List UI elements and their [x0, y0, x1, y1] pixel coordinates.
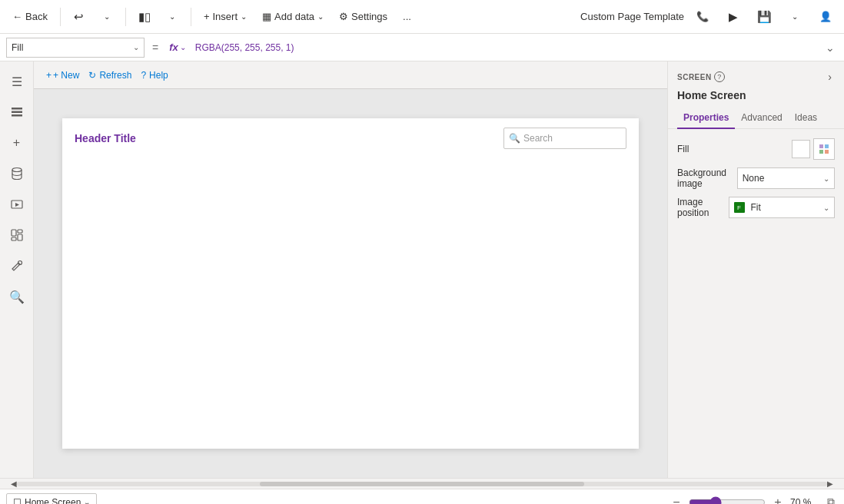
- copy-dropdown-button[interactable]: ⌄: [160, 5, 184, 29]
- screen-tab[interactable]: ☐ Home Screen ⌄: [6, 493, 97, 505]
- scroll-right-button[interactable]: ▶: [827, 479, 833, 488]
- sidebar-menu-icon[interactable]: ☰: [3, 68, 31, 95]
- fill-color-swatch[interactable]: [792, 140, 810, 158]
- zoom-out-button[interactable]: −: [667, 493, 686, 505]
- new-button[interactable]: + + New: [46, 70, 79, 81]
- refresh-button[interactable]: ↻ Refresh: [88, 70, 131, 81]
- zoom-controls: − + 70 % ⧉: [667, 492, 838, 504]
- fx-chevron-icon: ⌄: [180, 43, 186, 51]
- formula-collapse-button[interactable]: ⌄: [822, 38, 838, 57]
- sidebar-media-icon[interactable]: [3, 191, 31, 218]
- fill-value: [792, 138, 835, 160]
- zoom-in-button[interactable]: +: [769, 493, 787, 505]
- svg-rect-5: [12, 230, 16, 236]
- zoom-value: 70 %: [790, 497, 821, 505]
- toolbar-right: Custom Page Template 📞 ▶ 💾 ⌄ 👤: [580, 5, 838, 29]
- help-icon: ?: [141, 70, 146, 81]
- svg-point-3: [12, 168, 22, 172]
- panel-collapse-button[interactable]: ›: [825, 69, 835, 85]
- top-toolbar: ← Back ↩ ⌄ ▮▯ ⌄ + Insert ⌄ ▦ Add data ⌄ …: [0, 0, 844, 34]
- left-sidebar: ☰ +: [0, 61, 34, 478]
- sidebar-data-icon[interactable]: [3, 160, 31, 187]
- app-title: Custom Page Template: [580, 11, 684, 22]
- image-position-value: Fit: [751, 202, 761, 213]
- background-image-chevron: ⌄: [823, 174, 829, 183]
- right-panel-tabs: Properties Advanced Ideas: [668, 108, 844, 129]
- play-button[interactable]: ▶: [721, 5, 746, 29]
- screen-name-title: Home Screen: [668, 88, 844, 108]
- screen-help-icon[interactable]: ?: [714, 71, 725, 82]
- scrollbar-area: ◀ ▶: [0, 478, 844, 489]
- zoom-slider[interactable]: [689, 496, 766, 505]
- image-position-chevron: ⌄: [823, 204, 829, 212]
- right-panel: SCREEN ? › Home Screen Properties Advanc…: [667, 61, 844, 478]
- save-button[interactable]: 💾: [752, 5, 776, 29]
- page-header-title: Header Title: [75, 132, 136, 144]
- refresh-label: Refresh: [99, 70, 131, 81]
- refresh-icon: ↻: [88, 70, 96, 81]
- fit-icon: F: [734, 202, 745, 213]
- undo-button[interactable]: ↩: [67, 5, 91, 29]
- add-data-label: Add data: [274, 11, 314, 22]
- right-panel-header: SCREEN ? ›: [668, 61, 844, 88]
- add-data-chevron-icon: ⌄: [317, 12, 324, 21]
- canvas-area: + + New ↻ Refresh ? Help Header Title 🔍 …: [34, 61, 667, 478]
- formula-value[interactable]: RGBA(255, 255, 255, 1): [192, 41, 819, 55]
- phone-icon-button[interactable]: 📞: [690, 5, 715, 29]
- undo-dropdown-button[interactable]: ⌄: [95, 5, 119, 29]
- fill-row: Fill: [677, 138, 835, 160]
- formula-bar: Fill ⌄ = fx ⌄ RGBA(255, 255, 255, 1) ⌄: [0, 34, 844, 61]
- scroll-thumb[interactable]: [260, 482, 584, 486]
- settings-icon: ⚙: [339, 11, 348, 22]
- sidebar-layers-icon[interactable]: [3, 98, 31, 126]
- insert-label: Insert: [213, 11, 238, 22]
- canvas-toolbar: + + New ↻ Refresh ? Help: [34, 61, 667, 89]
- tab-ideas[interactable]: Ideas: [789, 108, 823, 129]
- screen-checkbox-icon[interactable]: ☐: [13, 497, 22, 505]
- scroll-left-button[interactable]: ◀: [11, 479, 17, 488]
- svg-rect-13: [825, 150, 829, 154]
- right-panel-content: Fill Background image: [668, 129, 844, 478]
- image-position-dropdown[interactable]: F Fit ⌄: [729, 197, 835, 218]
- svg-rect-11: [825, 144, 829, 148]
- canvas-content: Header Title 🔍 Search: [34, 89, 667, 478]
- fx-label: fx: [169, 41, 178, 53]
- sidebar-library-icon[interactable]: [3, 221, 31, 249]
- sidebar-insert-icon[interactable]: +: [3, 129, 31, 157]
- settings-button[interactable]: ⚙ Settings: [333, 8, 394, 25]
- plus-icon: +: [204, 11, 210, 22]
- zoom-expand-button[interactable]: ⧉: [824, 492, 838, 504]
- background-image-dropdown[interactable]: None ⌄: [737, 167, 835, 189]
- copy-button[interactable]: ▮▯: [132, 5, 157, 29]
- page-search-box[interactable]: 🔍 Search: [503, 128, 626, 149]
- sidebar-search-icon[interactable]: 🔍: [3, 283, 31, 310]
- property-dropdown[interactable]: Fill ⌄: [6, 38, 145, 58]
- search-icon: 🔍: [509, 133, 520, 144]
- help-button[interactable]: ? Help: [141, 70, 168, 81]
- add-data-button[interactable]: ▦ Add data ⌄: [256, 8, 330, 25]
- svg-rect-1: [12, 111, 22, 114]
- screen-tab-label: Home Screen: [25, 497, 81, 505]
- screen-tab-chevron[interactable]: ⌄: [84, 498, 90, 504]
- canvas-page: Header Title 🔍 Search: [62, 118, 639, 449]
- image-position-row: Image position F Fit ⌄: [677, 197, 835, 218]
- save-dropdown-button[interactable]: ⌄: [783, 5, 807, 29]
- screen-label: SCREEN: [677, 73, 712, 81]
- separator-2: [125, 8, 126, 26]
- new-plus-icon: +: [46, 70, 52, 81]
- back-label: Back: [25, 11, 48, 22]
- tab-advanced[interactable]: Advanced: [735, 108, 788, 129]
- settings-label: Settings: [351, 11, 387, 22]
- back-button[interactable]: ← Back: [6, 8, 54, 25]
- scroll-track[interactable]: [17, 482, 827, 486]
- sidebar-tools-icon[interactable]: [3, 252, 31, 280]
- more-button[interactable]: ...: [397, 8, 417, 25]
- fx-button[interactable]: fx ⌄: [166, 41, 189, 53]
- svg-rect-2: [12, 114, 22, 117]
- account-button[interactable]: 👤: [813, 5, 838, 29]
- insert-button[interactable]: + Insert ⌄: [198, 8, 253, 25]
- more-label: ...: [403, 11, 411, 22]
- tab-properties[interactable]: Properties: [677, 108, 735, 129]
- status-bar: ☐ Home Screen ⌄ − + 70 % ⧉: [0, 489, 844, 504]
- fill-options-button[interactable]: [813, 138, 835, 160]
